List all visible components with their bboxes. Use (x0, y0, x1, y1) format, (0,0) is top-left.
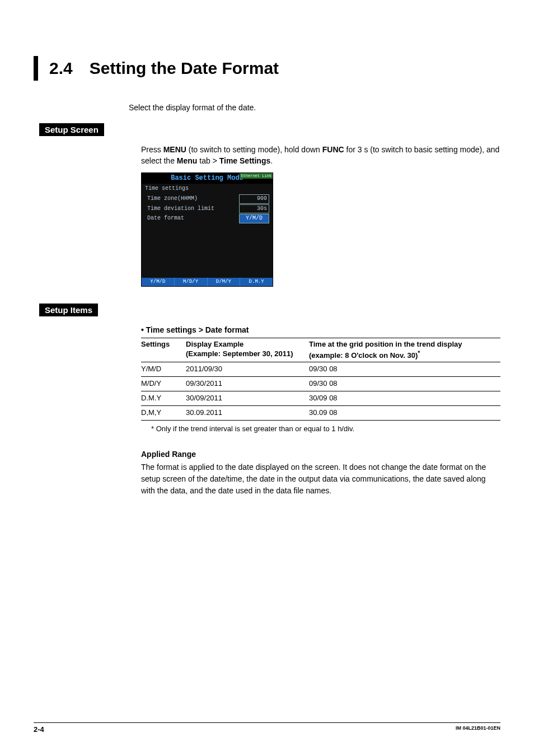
heading-title: Setting the Date Format (90, 59, 279, 78)
page-footer: 2-4 IM 04L21B01-01EN (34, 722, 500, 734)
screenshot-footer-options: Y/M/D M/D/Y D/M/Y D.M.Y (142, 278, 273, 286)
setup-screen-label: Setup Screen (39, 123, 104, 136)
opt-ddmy: D.M.Y (240, 278, 273, 286)
row-time-zone: Time zone(HHMM) 900 (147, 194, 269, 204)
th-settings: Settings (141, 338, 186, 362)
applied-range-body: The format is applied to the date displa… (141, 461, 500, 497)
opt-dmy: D/M/Y (208, 278, 241, 286)
applied-range-title: Applied Range (141, 449, 500, 460)
date-format-table: Settings Display Example (Example: Septe… (141, 338, 500, 420)
table-footnote: * Only if the trend interval is set grea… (151, 424, 500, 435)
setup-screen-instructions: Press MENU (to switch to setting mode), … (141, 144, 500, 167)
th-trend-time: Time at the grid position in the trend d… (309, 338, 500, 362)
table-title: • Time settings > Date format (141, 324, 500, 335)
section-heading: 2.4 Setting the Date Format (34, 56, 500, 81)
value-time-deviation: 30s (239, 204, 269, 214)
footnote-marker: * (418, 349, 420, 356)
opt-ymd: Y/M/D (142, 278, 175, 286)
table-row: D.M.Y 30/09/2011 30/09 08 (141, 391, 500, 405)
th-display-example: Display Example (Example: September 30, … (186, 338, 309, 362)
value-date-format: Y/M/D (239, 214, 269, 223)
heading-number: 2.4 (49, 59, 73, 78)
setup-screen-section: Setup Screen Press MENU (to switch to se… (34, 121, 500, 287)
setup-items-label: Setup Items (39, 304, 98, 316)
row-time-deviation: Time deviation limit 30s (147, 204, 269, 214)
heading-marker-bar (34, 56, 38, 81)
screenshot-title: Basic Setting Mode (171, 174, 243, 183)
row-date-format: Date format Y/M/D (147, 214, 269, 223)
device-screenshot: Basic Setting Mode Ethernet Link Time se… (141, 172, 273, 287)
intro-text: Select the display format of the date. (129, 103, 500, 112)
ethernet-link-icon: Ethernet Link (240, 173, 273, 179)
table-row: M/D/Y 09/30/2011 09/30 08 (141, 377, 500, 391)
doc-id: IM 04L21B01-01EN (456, 725, 500, 734)
table-row: D,M,Y 30.09.2011 30.09 08 (141, 405, 500, 420)
screenshot-subtitle: Time settings (142, 184, 273, 194)
opt-mdy: M/D/Y (175, 278, 208, 286)
setup-items-section: Setup Items • Time settings > Date forma… (34, 301, 500, 497)
value-time-zone: 900 (239, 194, 269, 204)
page-number: 2-4 (34, 725, 44, 734)
table-row: Y/M/D 2011/09/30 09/30 08 (141, 362, 500, 377)
